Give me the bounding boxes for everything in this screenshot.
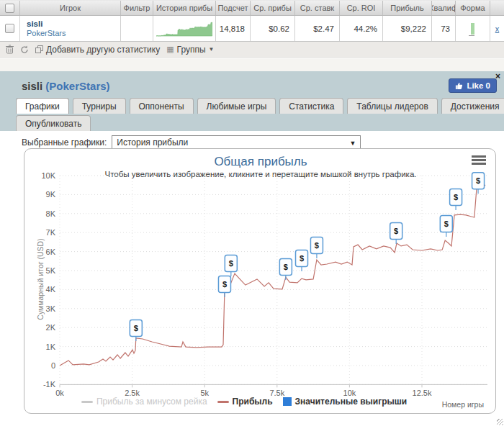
avg-profit-value: $0.62 [251,16,295,41]
profit-line [60,185,485,366]
x-tick-label: 10k [333,389,365,397]
profit-sparkline [155,19,214,38]
copy-icon [35,45,43,53]
avg-stake-value: $2.47 [295,16,340,41]
add-statistic-label: Добавить другую статистику [46,45,160,55]
col-filter: Фильтр [121,1,153,15]
svg-text:$: $ [222,280,227,289]
col-actions [490,1,504,15]
add-statistic-button[interactable]: Добавить другую статистику [35,45,160,55]
remove-row-link[interactable]: x [495,24,500,33]
row-checkbox[interactable] [5,24,14,33]
legend-dash-icon [217,401,229,403]
svg-text:$: $ [284,263,288,271]
tabs-row-2: Опубликовать [16,115,91,131]
table-row: sisli PokerStars 14,818 $0.62 $2.47 44.2… [0,16,504,41]
count-value: 14,818 [216,16,251,41]
svg-text:$: $ [444,219,449,228]
profit-value: $9,222 [383,16,432,41]
graph-select-value: История прибыли [117,137,188,148]
col-profit-history: История прибы [153,1,216,15]
legend-label: Прибыль за минусом рейка [96,396,207,407]
y-tick-label: 10K [25,171,55,180]
qualif-value: 73 [432,16,456,41]
graph-select[interactable]: История прибыли ▼ [112,135,361,150]
refresh-icon[interactable] [20,45,29,54]
col-avg-roi: Ср. ROI [340,1,383,15]
significant-win-marker[interactable]: $ [310,237,323,258]
col-avg-stake: Ср. ставк [295,1,340,15]
player-link[interactable]: sisli [27,19,42,29]
legend-item[interactable]: Прибыль [217,396,273,407]
y-tick-label: -1K [25,380,55,389]
like-label: Like 0 [467,81,490,90]
y-tick-label: 1K [25,343,55,351]
player-panel: × sisli (PokerStars) Like 0 Графики Турн… [0,71,504,426]
tab-opponents[interactable]: Оппоненты [130,98,194,114]
svg-text:$: $ [229,259,233,268]
legend-square-icon [283,397,292,406]
select-arrow-icon: ▼ [349,140,356,147]
graph-selector-label: Выбранные графики: [22,137,107,148]
col-avg-profit: Ср. прибы [251,1,295,15]
groups-label: Группы [177,45,206,55]
tab-statistics[interactable]: Статистика [279,98,343,114]
site-link[interactable]: PokerStars [27,29,66,38]
y-tick-label: 5K [25,266,55,275]
tab-content: Выбранные графики: История прибыли ▼ Общ… [0,131,504,426]
player-cell: sisli PokerStars [20,16,121,41]
significant-win-marker[interactable]: $ [225,255,237,276]
col-profit: Прибыль [383,1,432,15]
tab-tournaments[interactable]: Турниры [73,98,126,114]
table-toolbar: Добавить другую статистику ▦ Группы ▼ [0,42,504,58]
y-tick-label: 8K [25,209,55,218]
col-player: Игрок [20,1,121,15]
significant-win-marker[interactable]: $ [450,189,462,211]
significant-win-marker[interactable]: $ [296,250,308,272]
tabs-row-1: Графики Турниры Оппоненты Любимые игры С… [16,98,504,114]
resize-handle[interactable] [497,419,503,425]
player-stats-table: Игрок Фильтр История прибы Подсчет Ср. п… [0,0,504,42]
chart-plot-area[interactable]: $$$$$$$$$$ [24,149,497,414]
legend-item[interactable]: Значительные выигрыши [283,396,408,407]
trash-icon[interactable] [6,45,14,54]
x-tick-label: 0k [44,389,76,397]
tab-favorite-games[interactable]: Любимые игры [197,98,276,114]
significant-win-marker[interactable]: $ [218,276,230,298]
actions-cell: x [490,16,504,41]
y-tick-label: 2K [25,323,55,332]
svg-text:$: $ [454,193,458,201]
profit-chart: Общая прибыль Чтобы увеличить изображени… [24,148,496,414]
select-all-checkbox[interactable] [5,4,14,13]
panel-site-name: (PokerStars) [45,80,109,92]
y-tick-label: 9K [25,190,55,199]
tab-publish[interactable]: Опубликовать [16,115,91,131]
row-checkbox-cell [0,16,20,41]
legend-dash-icon [81,401,93,403]
tab-charts[interactable]: Графики [16,98,69,114]
graph-selector-row: Выбранные графики: История прибыли ▼ [22,135,361,150]
x-tick-label: 2.5k [117,389,148,397]
significant-win-marker[interactable]: $ [130,320,142,341]
y-tick-label: 7K [25,228,55,237]
y-tick-label: 3K [25,304,55,313]
like-button[interactable]: Like 0 [449,78,497,93]
significant-win-marker[interactable]: $ [279,258,292,280]
significant-win-marker[interactable]: $ [472,173,485,194]
svg-text:$: $ [315,241,319,250]
legend-item[interactable]: Прибыль за минусом рейка [81,396,207,407]
panel-player-name: sisli [22,80,42,92]
svg-text:$: $ [476,176,480,185]
tab-leaderboards[interactable]: Таблицы лидеров [347,98,437,114]
filter-cell [121,16,153,41]
header-checkbox-cell [0,1,20,15]
chevron-down-icon: ▼ [209,46,215,53]
significant-win-marker[interactable]: $ [390,223,402,245]
legend-label: Прибыль [233,396,273,407]
x-tick-label: 7.5k [261,389,293,397]
significant-win-marker[interactable]: $ [440,216,452,237]
groups-button[interactable]: ▦ Группы ▼ [166,45,214,55]
panel-title: sisli (PokerStars) [22,80,110,92]
tab-achievements[interactable]: Достижения [441,98,504,114]
col-count: Подсчет [216,1,251,15]
